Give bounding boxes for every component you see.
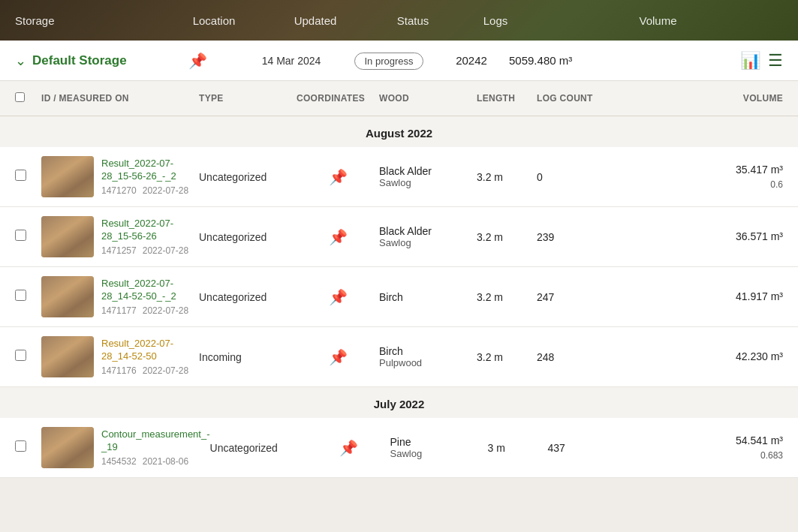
table-row: Result_2022-07-28_15-56-26_-_2 1471270 2… (0, 147, 798, 207)
col-logs-header: Logs (458, 14, 533, 27)
wood-name: Black Alder (379, 165, 477, 177)
table-row: Result_2022-07-28_14-52-50_-_2 1471177 2… (0, 267, 798, 327)
table-row: Contour_measurement_-_19 1454532 2021-08… (0, 418, 798, 478)
th-coordinates: COORDINATES (297, 93, 379, 104)
location-pin-icon[interactable]: 📌 (329, 169, 348, 185)
location-pin-icon[interactable]: 📌 (329, 289, 348, 305)
row-date: 2022-07-28 (143, 365, 188, 376)
row-checkbox-container (15, 230, 41, 244)
storage-status-badge: In progress (344, 54, 434, 68)
thumbnail-image (41, 156, 94, 197)
row-id-cell: Result_2022-07-28_14-52-50 1471176 2022-… (41, 336, 199, 377)
wood-type: Sawlog (390, 448, 488, 459)
row-wood-cell: Birch (379, 291, 477, 303)
volume-sub: 0.683 (623, 449, 783, 463)
location-pin-icon: 📌 (156, 52, 239, 70)
row-log-count-cell: 0 (537, 171, 612, 183)
row-id-number: 1471176 (101, 365, 137, 376)
row-volume-cell: 36.571 m³ (612, 228, 783, 245)
row-checkbox-container (15, 170, 41, 184)
row-id-text: Result_2022-07-28_14-52-50_-_2 1471177 2… (101, 278, 199, 316)
thumbnail-image (41, 336, 94, 377)
row-thumbnail (41, 276, 94, 317)
row-date: 2022-07-28 (143, 245, 188, 256)
volume-main: 42.230 m³ (612, 348, 783, 365)
row-meta: 1471176 2022-07-28 (101, 365, 199, 376)
row-id-number: 1471177 (101, 305, 137, 316)
row-meta: 1454532 2021-08-06 (101, 456, 210, 467)
table-header: ID / MEASURED ON TYPE COORDINATES WOOD L… (0, 81, 798, 116)
volume-main: 36.571 m³ (612, 228, 783, 245)
row-thumbnail (41, 216, 94, 257)
row-select-checkbox[interactable] (15, 350, 26, 361)
row-name-link[interactable]: Result_2022-07-28_15-56-26_-_2 (101, 158, 199, 183)
volume-sub: 0.6 (612, 178, 783, 192)
col-volume-header: Volume (533, 14, 783, 27)
row-log-count-cell: 437 (548, 442, 623, 454)
wood-name: Birch (379, 345, 477, 357)
row-volume-cell: 35.417 m³ 0.6 (612, 161, 783, 193)
row-length-cell: 3.2 m (477, 351, 537, 363)
storage-volume: 5059.480 m³ (509, 54, 740, 67)
col-status-header: Status (368, 14, 458, 27)
row-checkbox-container (15, 440, 41, 455)
th-wood: WOOD (379, 93, 477, 104)
select-all-checkbox[interactable] (15, 92, 25, 102)
th-length: LENGTH (477, 93, 537, 104)
row-id-cell: Result_2022-07-28_15-56-26_-_2 1471270 2… (41, 156, 199, 197)
row-id-text: Contour_measurement_-_19 1454532 2021-08… (101, 428, 210, 467)
chart-icon[interactable]: 📊 (740, 51, 760, 71)
row-length-cell: 3.2 m (477, 231, 537, 243)
th-id: ID / MEASURED ON (41, 93, 199, 104)
row-id-text: Result_2022-07-28_14-52-50 1471176 2022-… (101, 338, 199, 376)
location-pin-icon[interactable]: 📌 (329, 349, 348, 365)
month-separator-0: August 2022 (0, 116, 798, 147)
menu-icon[interactable]: ☰ (768, 51, 783, 71)
row-select-checkbox[interactable] (15, 290, 26, 301)
month-separator-1: July 2022 (0, 387, 798, 418)
th-check[interactable] (15, 92, 41, 104)
row-coordinates-cell[interactable]: 📌 (297, 168, 379, 186)
row-coordinates-cell[interactable]: 📌 (297, 288, 379, 306)
row-select-checkbox[interactable] (15, 230, 26, 241)
volume-main: 54.541 m³ (623, 432, 783, 449)
row-select-checkbox[interactable] (15, 170, 26, 181)
row-coordinates-cell[interactable]: 📌 (308, 439, 390, 457)
row-checkbox-container (15, 290, 41, 304)
row-checkbox-container (15, 350, 41, 364)
col-location-header: Location (165, 14, 263, 27)
storage-name[interactable]: Default Storage (32, 53, 156, 68)
wood-type: Sawlog (379, 177, 477, 188)
row-length-cell: 3.2 m (477, 171, 537, 183)
row-type-cell: Uncategorized (199, 231, 297, 243)
chevron-down-icon[interactable]: ⌄ (15, 53, 26, 69)
row-type-cell: Uncategorized (199, 171, 297, 183)
row-log-count-cell: 248 (537, 351, 612, 363)
location-pin-icon[interactable]: 📌 (329, 229, 348, 245)
data-content: August 2022 Result_2022-07-28_15-56-26_-… (0, 116, 798, 478)
thumbnail-image (41, 216, 94, 257)
table-row: Result_2022-07-28_15-56-26 1471257 2022-… (0, 207, 798, 267)
row-name-link[interactable]: Result_2022-07-28_14-52-50_-_2 (101, 278, 199, 303)
row-coordinates-cell[interactable]: 📌 (297, 348, 379, 366)
row-name-link[interactable]: Contour_measurement_-_19 (101, 428, 210, 454)
row-log-count-cell: 247 (537, 291, 612, 303)
row-name-link[interactable]: Result_2022-07-28_14-52-50 (101, 338, 199, 363)
row-meta: 1471270 2022-07-28 (101, 185, 199, 196)
row-select-checkbox[interactable] (15, 440, 26, 452)
row-coordinates-cell[interactable]: 📌 (297, 228, 379, 246)
wood-type: Sawlog (379, 237, 477, 248)
row-id-text: Result_2022-07-28_15-56-26 1471257 2022-… (101, 218, 199, 256)
row-type-cell: Uncategorized (199, 291, 297, 303)
col-storage-header: Storage (15, 14, 165, 27)
row-meta: 1471257 2022-07-28 (101, 245, 199, 256)
row-volume-cell: 54.541 m³ 0.683 (623, 432, 783, 464)
row-meta: 1471177 2022-07-28 (101, 305, 199, 316)
row-volume-cell: 42.230 m³ (612, 348, 783, 365)
storage-row: ⌄ Default Storage 📌 14 Mar 2024 In progr… (0, 41, 798, 81)
row-thumbnail (41, 336, 94, 377)
row-name-link[interactable]: Result_2022-07-28_15-56-26 (101, 218, 199, 243)
location-pin-grey-icon[interactable]: 📌 (339, 440, 358, 456)
thumbnail-image (41, 427, 94, 468)
row-date: 2022-07-28 (143, 305, 188, 316)
